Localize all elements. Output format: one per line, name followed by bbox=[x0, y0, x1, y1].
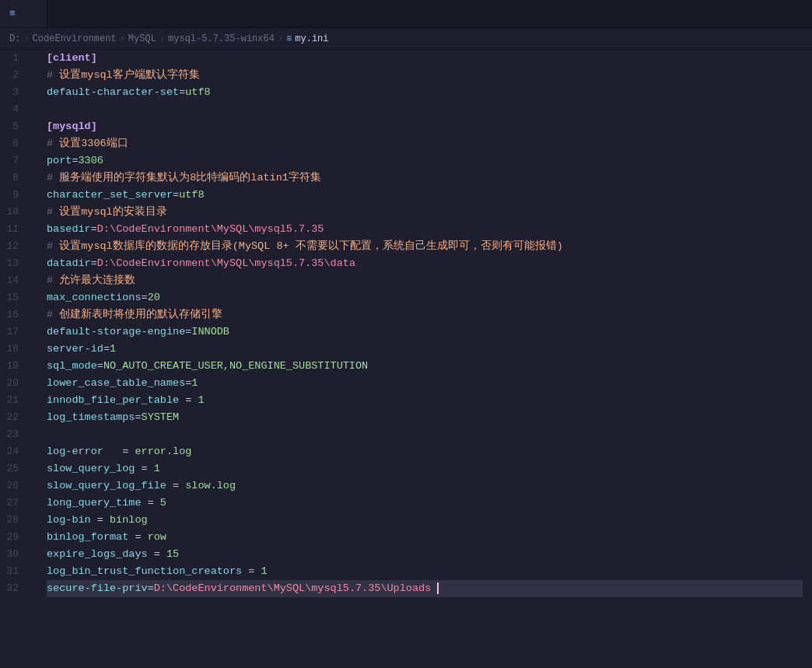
line-number: 16 bbox=[0, 306, 31, 324]
tab-my-ini[interactable]: ≡ bbox=[0, 0, 47, 27]
line-number: 5 bbox=[0, 118, 31, 135]
line-number: 20 bbox=[0, 375, 31, 392]
editor[interactable]: 1234567891011121314151617181920212223242… bbox=[0, 50, 812, 668]
line-numbers: 1234567891011121314151617181920212223242… bbox=[0, 50, 37, 668]
line-number: 18 bbox=[0, 341, 31, 358]
line-number: 25 bbox=[0, 460, 31, 477]
line-number: 29 bbox=[0, 529, 31, 546]
line-number: 7 bbox=[0, 152, 31, 170]
line-number: 11 bbox=[0, 221, 31, 238]
line-number: 8 bbox=[0, 170, 31, 187]
breadcrumb-part-codeenv: CodeEnvironment bbox=[33, 33, 117, 44]
line-number: 17 bbox=[0, 324, 31, 341]
file-icon: ≡ bbox=[286, 33, 292, 44]
line-number: 9 bbox=[0, 187, 31, 204]
tab-close-button[interactable] bbox=[25, 8, 37, 20]
line-number: 26 bbox=[0, 477, 31, 495]
line-number: 3 bbox=[0, 84, 31, 101]
code-area[interactable]: [client]# 设置mysql客户端默认字符集default-charact… bbox=[37, 50, 812, 668]
line-number: 12 bbox=[0, 238, 31, 255]
line-number: 6 bbox=[0, 135, 31, 152]
breadcrumb-part-d: D: bbox=[9, 33, 20, 44]
line-number: 23 bbox=[0, 426, 31, 443]
line-number: 31 bbox=[0, 563, 31, 580]
breadcrumb-file: ≡ my.ini bbox=[286, 33, 328, 44]
line-number: 4 bbox=[0, 101, 31, 118]
line-number: 2 bbox=[0, 67, 31, 84]
file-icon: ≡ bbox=[9, 8, 16, 19]
breadcrumb: D: › CodeEnvironment › MySQL › mysql-5.7… bbox=[0, 28, 812, 50]
line-number: 14 bbox=[0, 272, 31, 289]
line-number: 19 bbox=[0, 358, 31, 375]
line-number: 27 bbox=[0, 495, 31, 512]
tab-bar: ≡ bbox=[0, 0, 812, 28]
line-number: 22 bbox=[0, 409, 31, 426]
line-number: 28 bbox=[0, 512, 31, 529]
breadcrumb-part-version: mysql-5.7.35-winx64 bbox=[168, 33, 275, 44]
line-number: 13 bbox=[0, 255, 31, 272]
line-number: 32 bbox=[0, 580, 31, 597]
line-number: 10 bbox=[0, 204, 31, 221]
line-number: 24 bbox=[0, 443, 31, 460]
breadcrumb-part-mysql: MySQL bbox=[128, 33, 156, 44]
line-number: 21 bbox=[0, 392, 31, 409]
breadcrumb-filename: my.ini bbox=[295, 33, 328, 44]
line-number: 15 bbox=[0, 289, 31, 306]
line-number: 30 bbox=[0, 546, 31, 563]
line-number: 1 bbox=[0, 50, 31, 67]
